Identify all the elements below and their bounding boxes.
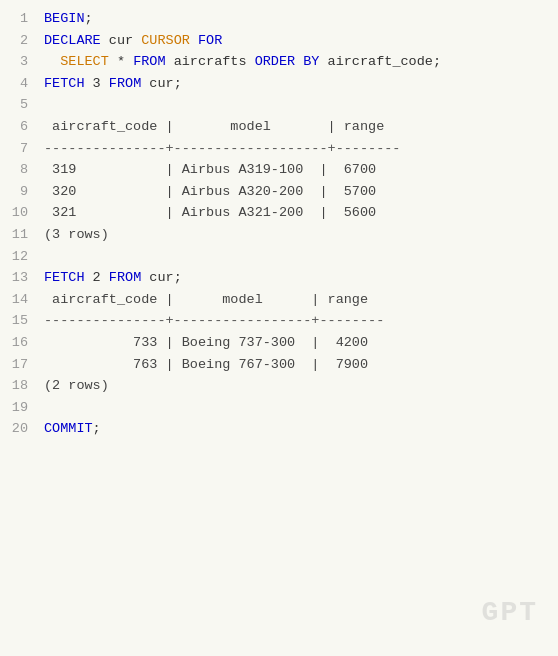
line-number: 20 (0, 418, 28, 440)
code-line: ---------------+-----------------+------… (44, 310, 558, 332)
token: 319 | Airbus A319-100 | 6700 (44, 162, 376, 177)
token: ; (93, 421, 101, 436)
code-line: 733 | Boeing 737-300 | 4200 (44, 332, 558, 354)
line-number: 17 (0, 354, 28, 376)
token: ---------------+-----------------+------… (44, 313, 384, 328)
token: BEGIN (44, 11, 85, 26)
token: (2 rows) (44, 378, 109, 393)
code-line: COMMIT; (44, 418, 558, 440)
code-line: aircraft_code | model | range (44, 116, 558, 138)
line-number: 14 (0, 289, 28, 311)
token: aircraft_code | model | range (44, 292, 368, 307)
token: FETCH (44, 270, 85, 285)
code-line: (2 rows) (44, 375, 558, 397)
code-line (44, 397, 558, 419)
token: 3 (85, 76, 109, 91)
code-line: 319 | Airbus A319-100 | 6700 (44, 159, 558, 181)
token: * (109, 54, 133, 69)
token: (3 rows) (44, 227, 109, 242)
line-number: 18 (0, 375, 28, 397)
line-numbers: 1234567891011121314151617181920 (0, 8, 36, 648)
token: aircraft_code; (319, 54, 441, 69)
code-editor: 1234567891011121314151617181920 BEGIN;DE… (0, 0, 558, 656)
line-number: 5 (0, 94, 28, 116)
line-number: 1 (0, 8, 28, 30)
token: ; (85, 11, 93, 26)
code-line: DECLARE cur CURSOR FOR (44, 30, 558, 52)
code-line: ---------------+-------------------+----… (44, 138, 558, 160)
token: cur (101, 33, 142, 48)
code-line: FETCH 2 FROM cur; (44, 267, 558, 289)
token: COMMIT (44, 421, 93, 436)
code-line: SELECT * FROM aircrafts ORDER BY aircraf… (44, 51, 558, 73)
code-line: BEGIN; (44, 8, 558, 30)
code-line: 321 | Airbus A321-200 | 5600 (44, 202, 558, 224)
line-number: 6 (0, 116, 28, 138)
line-number: 15 (0, 310, 28, 332)
token (44, 54, 60, 69)
token: aircrafts (166, 54, 255, 69)
line-number: 4 (0, 73, 28, 95)
token: 763 | Boeing 767-300 | 7900 (44, 357, 368, 372)
line-number: 10 (0, 202, 28, 224)
code-line: 320 | Airbus A320-200 | 5700 (44, 181, 558, 203)
code-line: 763 | Boeing 767-300 | 7900 (44, 354, 558, 376)
line-number: 9 (0, 181, 28, 203)
line-number: 13 (0, 267, 28, 289)
token: SELECT (60, 54, 109, 69)
token: FETCH (44, 76, 85, 91)
line-number: 11 (0, 224, 28, 246)
token: 320 | Airbus A320-200 | 5700 (44, 184, 376, 199)
code-line: (3 rows) (44, 224, 558, 246)
token: ORDER BY (255, 54, 320, 69)
code-line: FETCH 3 FROM cur; (44, 73, 558, 95)
line-number: 7 (0, 138, 28, 160)
token: cur; (141, 270, 182, 285)
token: DECLARE (44, 33, 101, 48)
token: 2 (85, 270, 109, 285)
code-line (44, 94, 558, 116)
code-line (44, 246, 558, 268)
line-number: 16 (0, 332, 28, 354)
token (190, 33, 198, 48)
token: aircraft_code | model | range (44, 119, 384, 134)
token: 321 | Airbus A321-200 | 5600 (44, 205, 376, 220)
code-line: aircraft_code | model | range (44, 289, 558, 311)
token: CURSOR (141, 33, 190, 48)
line-number: 19 (0, 397, 28, 419)
line-number: 3 (0, 51, 28, 73)
token: FOR (198, 33, 222, 48)
line-number: 12 (0, 246, 28, 268)
token: FROM (109, 270, 141, 285)
line-number: 8 (0, 159, 28, 181)
code-content[interactable]: BEGIN;DECLARE cur CURSOR FOR SELECT * FR… (36, 8, 558, 648)
token: ---------------+-------------------+----… (44, 141, 400, 156)
token: FROM (109, 76, 141, 91)
token: 733 | Boeing 737-300 | 4200 (44, 335, 368, 350)
line-number: 2 (0, 30, 28, 52)
token: cur; (141, 76, 182, 91)
token: FROM (133, 54, 165, 69)
